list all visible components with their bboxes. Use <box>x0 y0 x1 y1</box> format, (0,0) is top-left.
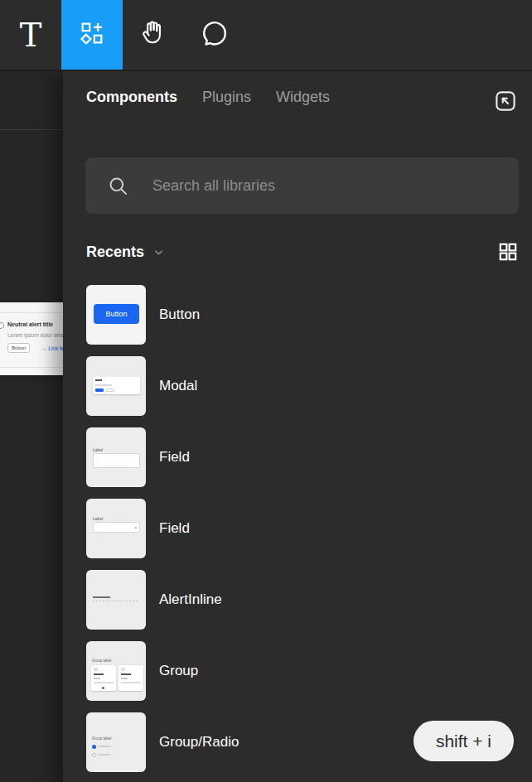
canvas-alert-component[interactable]: Neutral alert title Lorem ipsum dolor am… <box>0 302 63 375</box>
thumbnail-field-select: Label ▾ <box>86 499 146 558</box>
hand-icon <box>139 19 167 51</box>
tab-plugins[interactable]: Plugins <box>202 89 251 106</box>
chevron-down-icon[interactable] <box>152 246 165 258</box>
item-label: Field <box>159 449 190 466</box>
assets-icon <box>78 19 106 51</box>
radio-off-icon <box>92 753 96 757</box>
grid-view-icon[interactable] <box>497 241 519 263</box>
list-item-group[interactable]: Group label Group <box>63 635 532 707</box>
popout-panel-button[interactable] <box>492 88 519 114</box>
alert-title: Neutral alert title <box>7 321 53 327</box>
item-label: Group <box>159 663 198 679</box>
item-label: Group/Radio <box>159 734 239 751</box>
search-bar <box>85 157 519 214</box>
item-label: Button <box>159 307 200 323</box>
recents-header: Recents <box>86 239 519 265</box>
alert-divider-top <box>0 312 63 313</box>
thumbnail-modal <box>86 356 146 416</box>
list-item-button[interactable]: Button Button <box>63 279 532 350</box>
mini-modal <box>93 377 140 394</box>
shortcut-hint-badge: shift + i <box>414 721 514 761</box>
tab-widgets[interactable]: Widgets <box>276 89 330 106</box>
hand-tool-button[interactable] <box>123 0 184 70</box>
comment-icon <box>200 18 230 51</box>
text-tool-button[interactable]: T <box>0 0 61 70</box>
alert-link: → Link text <box>41 345 63 351</box>
thumbnail-alertinline <box>86 570 146 630</box>
alert-button: Button <box>7 343 30 353</box>
assets-panel: Components Plugins Widgets Recents <box>63 71 532 782</box>
panel-tabs: Components Plugins Widgets <box>86 89 330 106</box>
alert-body: Lorem ipsum dolor amet consec <box>7 332 63 338</box>
list-item-field-2[interactable]: Label ▾ Field <box>63 493 532 564</box>
search-input[interactable] <box>152 177 484 195</box>
list-item-field[interactable]: Label Field <box>63 422 532 493</box>
list-item-alertinline[interactable]: AlertInline <box>63 564 532 635</box>
mini-caret-icon: ▾ <box>134 525 137 530</box>
search-icon <box>107 175 129 197</box>
item-label: Field <box>159 520 190 537</box>
text-tool-icon: T <box>20 18 42 51</box>
top-toolbar: T <box>0 0 532 71</box>
thumbnail-field: Label <box>86 427 146 487</box>
popout-arrow-icon <box>493 89 518 113</box>
comment-tool-button[interactable] <box>184 0 245 70</box>
thumbnail-group: Group label <box>86 641 146 701</box>
item-label: Modal <box>159 378 197 394</box>
canvas-area[interactable]: Neutral alert title Lorem ipsum dolor am… <box>0 71 63 782</box>
thumbnail-group-radio: Group label <box>86 712 146 772</box>
thumbnail-button: Button <box>86 285 146 345</box>
assets-tool-button[interactable] <box>61 0 123 70</box>
canvas-frame-edge <box>0 129 63 130</box>
radio-on-icon <box>92 745 96 749</box>
recents-title[interactable]: Recents <box>86 244 144 261</box>
list-item-modal[interactable]: Modal <box>63 350 532 422</box>
item-label: AlertInline <box>159 591 222 608</box>
mini-button: Button <box>94 304 139 324</box>
tab-components[interactable]: Components <box>86 89 177 106</box>
alert-info-icon <box>0 322 4 329</box>
component-list: Button Button Modal Label Field Label <box>63 279 532 778</box>
alert-divider-bottom <box>0 367 63 368</box>
